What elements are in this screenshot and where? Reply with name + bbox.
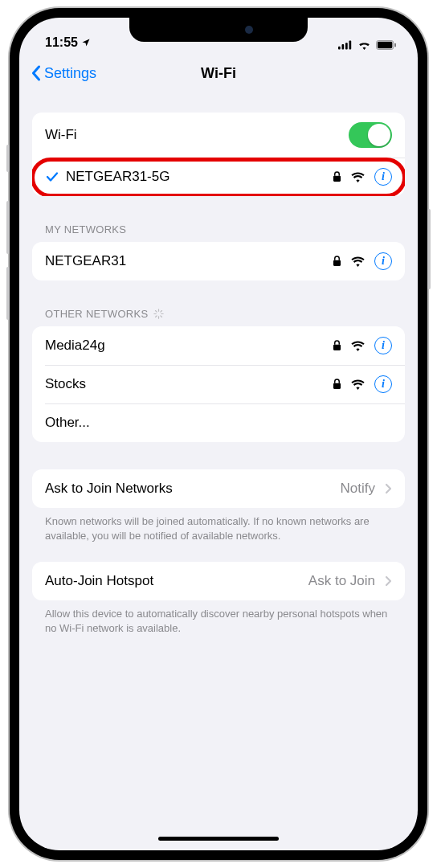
- svg-line-16: [156, 311, 157, 313]
- battery-icon: [376, 40, 397, 50]
- svg-rect-5: [378, 42, 392, 48]
- info-icon[interactable]: i: [374, 375, 392, 393]
- svg-rect-7: [333, 176, 341, 182]
- svg-rect-3: [349, 41, 352, 50]
- ask-to-join-label: Ask to Join Networks: [45, 481, 173, 497]
- network-name: Media24g: [45, 338, 105, 354]
- lock-icon: [333, 256, 341, 267]
- lock-icon: [333, 171, 341, 182]
- svg-rect-18: [333, 383, 341, 389]
- mute-switch: [6, 145, 10, 172]
- chevron-right-icon: [385, 575, 392, 587]
- connected-network-row[interactable]: NETGEAR31-5G i: [32, 158, 405, 196]
- network-row[interactable]: Stocks i: [32, 365, 405, 403]
- auto-hotspot-footer: Allow this device to automatically disco…: [32, 600, 405, 635]
- my-networks-header: MY NETWORKS: [32, 223, 405, 242]
- svg-rect-17: [333, 345, 341, 350]
- wifi-toggle-label: Wi-Fi: [45, 127, 77, 143]
- network-row[interactable]: NETGEAR31 i: [32, 242, 405, 280]
- network-row[interactable]: Media24g i: [32, 326, 405, 365]
- notch: [129, 18, 308, 42]
- wifi-toggle[interactable]: [349, 122, 392, 148]
- cellular-icon: [338, 40, 353, 50]
- svg-rect-0: [338, 47, 341, 50]
- wifi-icon: [357, 40, 371, 50]
- spinner-icon: [153, 308, 165, 320]
- lock-icon: [333, 379, 341, 390]
- other-networks-header: OTHER NETWORKS: [32, 308, 405, 326]
- page-title: Wi-Fi: [201, 65, 236, 82]
- power-button: [427, 209, 431, 289]
- ask-to-join-row[interactable]: Ask to Join Networks Notify: [32, 469, 405, 508]
- info-icon[interactable]: i: [374, 252, 392, 270]
- auto-hotspot-row[interactable]: Auto-Join Hotspot Ask to Join: [32, 562, 405, 600]
- ask-to-join-value: Notify: [341, 481, 375, 497]
- svg-rect-6: [394, 43, 396, 47]
- info-icon[interactable]: i: [374, 337, 392, 354]
- info-icon[interactable]: i: [374, 168, 392, 186]
- status-time: 11:55: [45, 35, 78, 50]
- network-name: Stocks: [45, 376, 86, 392]
- wifi-strength-icon: [351, 256, 365, 267]
- svg-line-14: [156, 316, 157, 317]
- connected-network-name: NETGEAR31-5G: [66, 169, 169, 185]
- other-network-row[interactable]: Other...: [32, 403, 405, 442]
- ask-to-join-footer: Known networks will be joined automatica…: [32, 508, 405, 542]
- volume-up-button: [6, 201, 10, 254]
- back-button[interactable]: Settings: [31, 65, 96, 82]
- wifi-strength-icon: [351, 379, 365, 390]
- location-icon: [81, 38, 91, 47]
- svg-rect-1: [342, 44, 345, 49]
- auto-hotspot-value: Ask to Join: [308, 573, 375, 589]
- svg-line-10: [161, 311, 162, 313]
- chevron-right-icon: [385, 483, 392, 494]
- home-indicator[interactable]: [158, 837, 279, 841]
- lock-icon: [333, 340, 341, 351]
- phone-screen: 11:55: [19, 18, 418, 850]
- volume-down-button: [6, 267, 10, 320]
- svg-rect-2: [345, 43, 348, 49]
- chevron-left-icon: [31, 65, 41, 81]
- checkmark-icon: [45, 171, 59, 182]
- phone-frame: 11:55: [10, 8, 427, 860]
- svg-line-12: [161, 316, 162, 317]
- wifi-toggle-row: Wi-Fi: [32, 113, 405, 158]
- wifi-strength-icon: [351, 172, 365, 182]
- wifi-strength-icon: [351, 341, 365, 351]
- other-label: Other...: [45, 415, 90, 431]
- back-label: Settings: [44, 65, 96, 82]
- auto-hotspot-label: Auto-Join Hotspot: [45, 573, 153, 589]
- nav-bar: Settings Wi-Fi: [19, 53, 418, 93]
- network-name: NETGEAR31: [45, 253, 126, 269]
- svg-rect-8: [333, 260, 341, 266]
